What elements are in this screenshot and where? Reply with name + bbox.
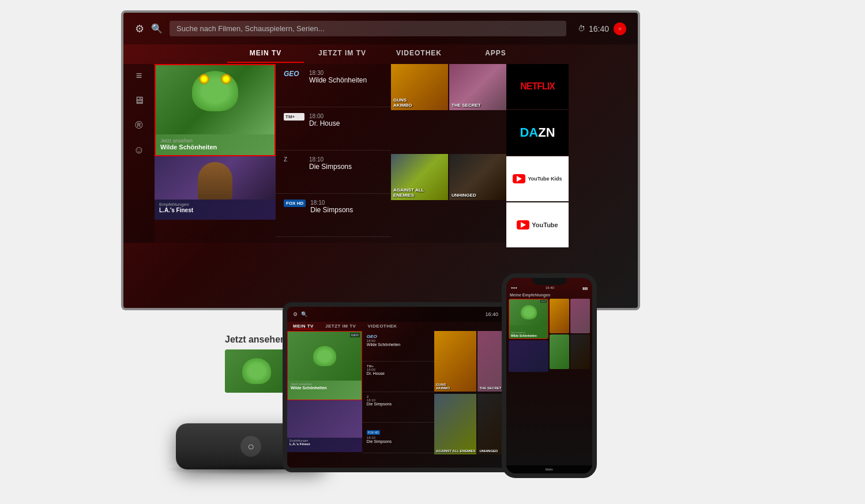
phone-featured[interactable]: GEO Jetzt ansehen Wilde Schönheiten bbox=[509, 299, 548, 339]
vthek-guns-akimbo[interactable]: GUNSAKIMBO bbox=[391, 64, 448, 110]
now-info-1: 18:30 Wilde Schönheiten bbox=[309, 70, 367, 84]
tablet-tab-videothek[interactable]: VIDEOTHEK bbox=[367, 324, 397, 329]
now-item-4[interactable]: FOX HD 18:10 Die Simpsons bbox=[276, 194, 391, 237]
frog-eye-left bbox=[199, 74, 209, 84]
tv-content: ≡ 🖥 ® ☺ GEO Jetzt ansehen bbox=[123, 64, 638, 243]
tablet-now-item-1[interactable]: GEO 18:50 Wilde Schönheiten bbox=[362, 331, 434, 362]
app-dazn[interactable]: DAZN bbox=[506, 110, 569, 155]
recordings-icon[interactable]: ® bbox=[135, 119, 142, 131]
tablet-tab-mein-tv[interactable]: MEIN TV bbox=[293, 324, 314, 329]
tablet-second-image bbox=[287, 400, 362, 438]
tv-second-show[interactable]: Empfehlungen L.A.'s Finest bbox=[155, 156, 276, 220]
phone-left-col: GEO Jetzt ansehen Wilde Schönheiten bbox=[509, 299, 548, 372]
channel-sixx: Z bbox=[284, 156, 304, 163]
tablet-vthek-guns[interactable]: GUNSAKIMBO bbox=[434, 331, 477, 392]
youtube-icon bbox=[517, 220, 529, 230]
phone-grid bbox=[550, 299, 590, 369]
tab-jetzt-im-tv[interactable]: JETZT IM TV bbox=[304, 44, 381, 63]
phone-thumb-secret[interactable] bbox=[570, 299, 590, 333]
tv-time: ⏱ 16:40 bbox=[578, 24, 609, 33]
vthek-against[interactable]: AGAINST ALLENEMIES bbox=[391, 154, 448, 200]
tablet-frog-image bbox=[288, 332, 362, 381]
tv-jetzt-im-tv: GEO 18:30 Wilde Schönheiten TM+ 18:00 Dr… bbox=[276, 64, 391, 243]
search-icon[interactable]: 🔍 bbox=[151, 23, 163, 34]
tablet-screen: ⚙ 🔍 16:40 ○ MEIN TV JETZT IM TV VIDEOTHE… bbox=[287, 307, 520, 468]
stb-logo-mark: ○ bbox=[247, 440, 254, 453]
phone-thumb-guns[interactable] bbox=[550, 299, 569, 333]
phone-thumb-frog[interactable] bbox=[550, 334, 569, 369]
vthek-unhinged-label: UNHINGED bbox=[452, 193, 476, 198]
tablet-now-item-4[interactable]: FOX HD 18:10 Die Simpsons bbox=[362, 423, 434, 453]
vthek-secret-label: THE SECRET bbox=[452, 103, 481, 108]
tablet-featured-channel: GEO bbox=[350, 333, 360, 337]
tablet-content: GEO Jetzt ansehen Wilde Schönheiten Empf… bbox=[287, 331, 520, 455]
featured-now-label: Jetzt ansehen bbox=[160, 138, 270, 144]
tablet-header: ⚙ 🔍 16:40 ○ bbox=[287, 307, 520, 322]
frog-shape bbox=[192, 71, 238, 111]
phone-screen: ●●● 16:40 ▮▮▮ Meine Empfehlungen GEO Jet… bbox=[506, 278, 592, 473]
tv-sidebar: ≡ 🖥 ® ☺ bbox=[123, 64, 155, 243]
tab-mein-tv[interactable]: MEIN TV bbox=[227, 44, 304, 63]
now-item-1[interactable]: GEO 18:30 Wilde Schönheiten bbox=[276, 64, 391, 107]
phone-notch bbox=[532, 278, 567, 285]
jetzt-ansehen-label: Jetzt ansehen bbox=[225, 334, 288, 345]
tv-main: GEO Jetzt ansehen Wilde Schönheiten bbox=[155, 64, 276, 243]
tablet-vthek-against[interactable]: AGAINST ALL ENEMIES bbox=[434, 394, 477, 454]
vodafone-logo: ○ bbox=[614, 22, 626, 35]
app-youtube-kids[interactable]: YouTube Kids bbox=[506, 156, 569, 201]
now-item-2[interactable]: TM+ 18:00 Dr. House bbox=[276, 107, 391, 151]
phone-time: 16:40 bbox=[546, 286, 554, 290]
search-bar[interactable]: Suche nach Filmen, Schauspielern, Serien… bbox=[170, 21, 566, 36]
phone-thumb-unhinged[interactable] bbox=[570, 334, 590, 369]
phone-body: ●●● 16:40 ▮▮▮ Meine Empfehlungen GEO Jet… bbox=[502, 273, 597, 478]
phone-content: GEO Jetzt ansehen Wilde Schönheiten bbox=[506, 299, 592, 372]
tv-videothek: GUNSAKIMBO THE SECRET AGAINST ALLENEMIES… bbox=[391, 64, 506, 243]
vthek-unhinged[interactable]: UNHINGED bbox=[449, 154, 506, 200]
tv-featured[interactable]: GEO Jetzt ansehen Wilde Schönheiten bbox=[155, 64, 276, 156]
tablet-tab-jetzt[interactable]: JETZT IM TV bbox=[325, 324, 356, 329]
phone-featured-info: Jetzt ansehen Wilde Schönheiten bbox=[511, 331, 537, 337]
now-info-4: 18:10 Die Simpsons bbox=[310, 200, 353, 214]
menu-icon[interactable]: ≡ bbox=[136, 70, 142, 82]
now-info-3: 18:10 Die Simpsons bbox=[309, 156, 352, 171]
tv-screen: ⚙ 🔍 Suche nach Filmen, Schauspielern, Se… bbox=[121, 10, 640, 310]
youtube-kids-label: YouTube Kids bbox=[528, 176, 562, 182]
tablet-body: ⚙ 🔍 16:40 ○ MEIN TV JETZT IM TV VIDEOTHE… bbox=[283, 302, 525, 472]
tv-icon[interactable]: 🖥 bbox=[134, 95, 144, 107]
second-label: Empfehlungen bbox=[159, 202, 271, 207]
tablet-second[interactable]: Empfehlungen L.A.'s Finest bbox=[287, 400, 362, 452]
tablet-time: 16:40 bbox=[485, 311, 498, 317]
second-info: Empfehlungen L.A.'s Finest bbox=[155, 200, 276, 216]
tab-videothek[interactable]: VIDEOTHEK bbox=[381, 44, 457, 63]
frog-eye-right bbox=[221, 74, 231, 84]
app-youtube[interactable]: YouTube bbox=[506, 202, 569, 247]
channel-tmc: TM+ bbox=[284, 113, 304, 121]
vthek-secret[interactable]: THE SECRET bbox=[449, 64, 506, 110]
second-show-image bbox=[155, 156, 276, 200]
person-silhouette bbox=[198, 162, 232, 200]
tablet-now: GEO 18:50 Wilde Schönheiten TM+ 18:00 Dr… bbox=[362, 331, 434, 455]
tablet-search-icon[interactable]: 🔍 bbox=[301, 311, 307, 317]
tv-apps: NETFLIX DAZN YouTube Kids YouTube bbox=[506, 64, 569, 243]
channel-fox: FOX HD bbox=[284, 200, 306, 207]
smiley-icon[interactable]: ☺ bbox=[134, 144, 144, 156]
tablet-featured-info: Jetzt ansehen Wilde Schönheiten bbox=[288, 381, 362, 392]
tv-nav: MEIN TV JETZT IM TV VIDEOTHEK APPS bbox=[123, 44, 638, 63]
phone-right-col bbox=[550, 299, 590, 372]
phone-bottom-nav: Mehr bbox=[506, 465, 592, 473]
youtube-label: YouTube bbox=[532, 221, 558, 228]
phone-second[interactable] bbox=[509, 340, 548, 372]
featured-image bbox=[156, 65, 274, 134]
gear-icon[interactable]: ⚙ bbox=[135, 22, 144, 35]
app-netflix[interactable]: NETFLIX bbox=[506, 64, 569, 109]
channel-geo: GEO bbox=[284, 70, 304, 78]
phone-wrapper: ●●● 16:40 ▮▮▮ Meine Empfehlungen GEO Jet… bbox=[502, 273, 608, 487]
youtube-kids-icon bbox=[513, 174, 525, 183]
tablet-gear-icon[interactable]: ⚙ bbox=[293, 311, 298, 317]
now-item-3[interactable]: Z 18:10 Die Simpsons bbox=[276, 151, 391, 194]
tab-apps[interactable]: APPS bbox=[457, 44, 534, 63]
tablet-featured[interactable]: GEO Jetzt ansehen Wilde Schönheiten bbox=[287, 331, 362, 400]
tablet-now-item-2[interactable]: TM+ 18:00 Dr. House bbox=[362, 362, 434, 392]
phone-nav-mehr[interactable]: Mehr bbox=[546, 468, 554, 471]
tablet-now-item-3[interactable]: Z 18:10 Die Simpsons bbox=[362, 392, 434, 423]
